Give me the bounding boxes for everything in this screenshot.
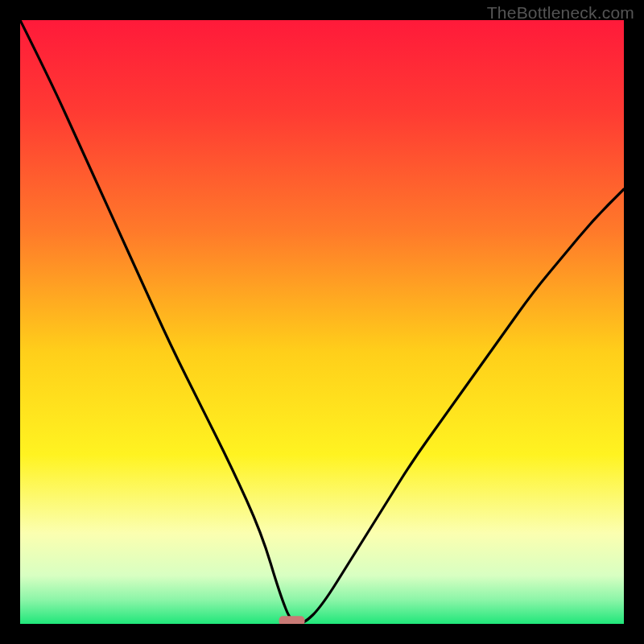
watermark-label: TheBottleneck.com xyxy=(487,3,634,23)
optimum-marker xyxy=(279,616,305,624)
bottleneck-chart xyxy=(20,20,624,624)
chart-svg xyxy=(20,20,624,624)
chart-background xyxy=(20,20,624,624)
